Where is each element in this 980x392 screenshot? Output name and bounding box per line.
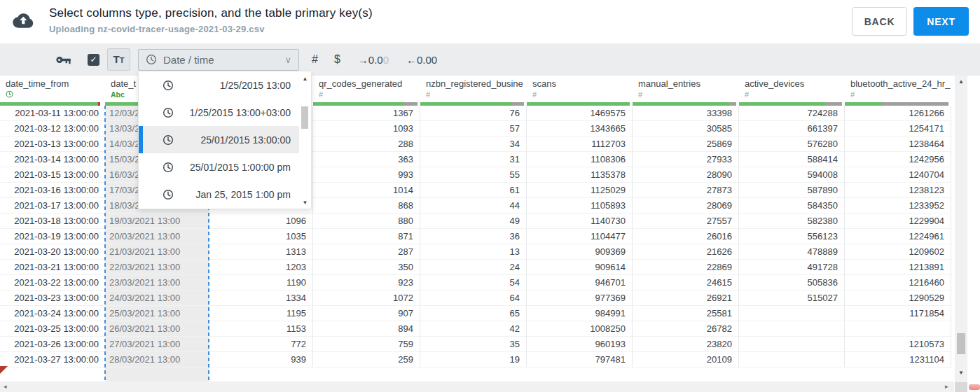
table-cell[interactable]: 288	[313, 136, 420, 152]
table-cell[interactable]: 1254171	[845, 121, 951, 136]
table-cell[interactable]: 55	[420, 167, 527, 183]
column-header[interactable]: qr_codes_generated#	[313, 76, 420, 102]
table-cell[interactable]: 25/03/2021 13:00	[105, 306, 209, 321]
table-cell[interactable]: 2021-03-19 13:00:00	[0, 229, 105, 244]
table-cell[interactable]: 27/03/2021 13:00	[105, 337, 209, 352]
table-cell[interactable]: 49	[420, 214, 527, 229]
table-cell[interactable]: 871	[313, 229, 420, 244]
column-header[interactable]: scans#	[527, 76, 633, 102]
table-cell[interactable]: 1108306	[527, 152, 633, 167]
table-cell[interactable]: 1125029	[527, 183, 633, 198]
table-cell[interactable]: 31	[420, 152, 527, 167]
table-cell[interactable]: 868	[313, 198, 420, 214]
table-cell[interactable]: 2021-03-21 13:00:00	[0, 260, 105, 275]
table-cell[interactable]: 909369	[527, 244, 633, 260]
table-cell[interactable]: 1014	[313, 183, 420, 198]
table-cell[interactable]: 19	[420, 352, 527, 368]
column-header[interactable]: bluetooth_active_24_hr_#	[845, 76, 951, 102]
table-cell[interactable]: 24615	[633, 275, 739, 290]
table-cell[interactable]: 1093	[313, 121, 420, 136]
table-cell[interactable]	[739, 352, 845, 368]
number-type-button[interactable]: #	[312, 53, 318, 66]
include-column-checkbox[interactable]: ✓	[88, 54, 99, 66]
table-cell[interactable]: 24/03/2021 13:00	[105, 290, 209, 306]
table-cell[interactable]: 363	[313, 152, 420, 167]
table-cell[interactable]: 1171854	[845, 306, 951, 321]
primary-key-icon[interactable]	[56, 55, 71, 65]
increase-decimal-button[interactable]: →0.00	[358, 54, 389, 66]
table-cell[interactable]	[739, 306, 845, 321]
table-cell[interactable]: 20109	[633, 352, 739, 368]
table-cell[interactable]: 23/03/2021 13:00	[105, 275, 209, 290]
table-cell[interactable]: 1008250	[527, 321, 633, 337]
table-cell[interactable]: 515027	[739, 290, 845, 306]
table-cell[interactable]: 1238464	[845, 136, 951, 152]
dropdown-scrollbar[interactable]: ▲ ▼	[299, 71, 311, 209]
table-cell[interactable]: 28069	[633, 198, 739, 214]
table-cell[interactable]: 1209602	[845, 244, 951, 260]
table-cell[interactable]: 1153	[209, 321, 313, 337]
table-cell[interactable]: 576280	[739, 136, 845, 152]
table-cell[interactable]: 584350	[739, 198, 845, 214]
vertical-scrollbar[interactable]: ▲ ▼	[955, 76, 967, 382]
table-cell[interactable]: 1096	[209, 214, 313, 229]
table-cell[interactable]: 36	[420, 229, 527, 244]
table-cell[interactable]: 25581	[633, 306, 739, 321]
table-cell[interactable]: 33398	[633, 106, 739, 121]
table-cell[interactable]: 2021-03-13 13:00:00	[0, 136, 105, 152]
table-cell[interactable]: 22/03/2021 13:00	[105, 260, 209, 275]
table-cell[interactable]: 57	[420, 121, 527, 136]
date-format-option[interactable]: 1/25/2015 13:00	[139, 71, 299, 99]
table-cell[interactable]: 1343665	[527, 121, 633, 136]
table-cell[interactable]: 946701	[527, 275, 633, 290]
table-cell[interactable]: 661397	[739, 121, 845, 136]
table-cell[interactable]: 350	[313, 260, 420, 275]
table-cell[interactable]: 1367	[313, 106, 420, 121]
column-type-select[interactable]: Date / time ∨	[138, 49, 299, 71]
table-cell[interactable]: 960193	[527, 337, 633, 352]
table-cell[interactable]	[845, 321, 951, 337]
table-cell[interactable]: 587890	[739, 183, 845, 198]
table-cell[interactable]: 287	[313, 244, 420, 260]
column-header[interactable]: active_devices#	[739, 76, 845, 102]
table-cell[interactable]: 797481	[527, 352, 633, 368]
date-format-option[interactable]: 25/01/2015 13:00:00	[139, 126, 299, 153]
table-cell[interactable]: 35	[420, 337, 527, 352]
table-cell[interactable]: 19/03/2021 13:00	[105, 214, 209, 229]
horizontal-scrollbar[interactable]: ◂ ▸	[0, 382, 954, 392]
table-cell[interactable]: 491728	[739, 260, 845, 275]
table-cell[interactable]: 27557	[633, 214, 739, 229]
scroll-right-icon[interactable]: ▸	[945, 383, 948, 390]
table-cell[interactable]: 588414	[739, 152, 845, 167]
table-cell[interactable]: 894	[313, 321, 420, 337]
table-cell[interactable]: 939	[209, 352, 313, 368]
table-cell[interactable]: 1231104	[845, 352, 951, 368]
table-cell[interactable]: 1035	[209, 229, 313, 244]
table-cell[interactable]: 909614	[527, 260, 633, 275]
table-cell[interactable]: 25869	[633, 136, 739, 152]
table-cell[interactable]: 1240704	[845, 167, 951, 183]
table-cell[interactable]: 1290529	[845, 290, 951, 306]
table-cell[interactable]: 2021-03-24 13:00:00	[0, 306, 105, 321]
text-type-button[interactable]: TT	[107, 48, 130, 71]
table-cell[interactable]: 2021-03-17 13:00:00	[0, 198, 105, 214]
table-cell[interactable]: 2021-03-25 13:00:00	[0, 321, 105, 337]
table-cell[interactable]: 1195	[209, 306, 313, 321]
table-cell[interactable]: 26921	[633, 290, 739, 306]
table-cell[interactable]: 1216460	[845, 275, 951, 290]
table-cell[interactable]	[739, 321, 845, 337]
table-cell[interactable]: 1112703	[527, 136, 633, 152]
table-cell[interactable]: 24	[420, 260, 527, 275]
table-cell[interactable]: 42	[420, 321, 527, 337]
table-cell[interactable]: 1213891	[845, 260, 951, 275]
table-cell[interactable]	[739, 337, 845, 352]
column-header[interactable]: date_time_from	[0, 76, 105, 102]
table-cell[interactable]: 1203	[209, 260, 313, 275]
table-cell[interactable]: 556123	[739, 229, 845, 244]
table-cell[interactable]: 65	[420, 306, 527, 321]
table-cell[interactable]: 478889	[739, 244, 845, 260]
horizontal-scroll-thumb[interactable]	[969, 384, 980, 390]
table-cell[interactable]: 27873	[633, 183, 739, 198]
table-cell[interactable]: 1104477	[527, 229, 633, 244]
table-cell[interactable]: 30585	[633, 121, 739, 136]
